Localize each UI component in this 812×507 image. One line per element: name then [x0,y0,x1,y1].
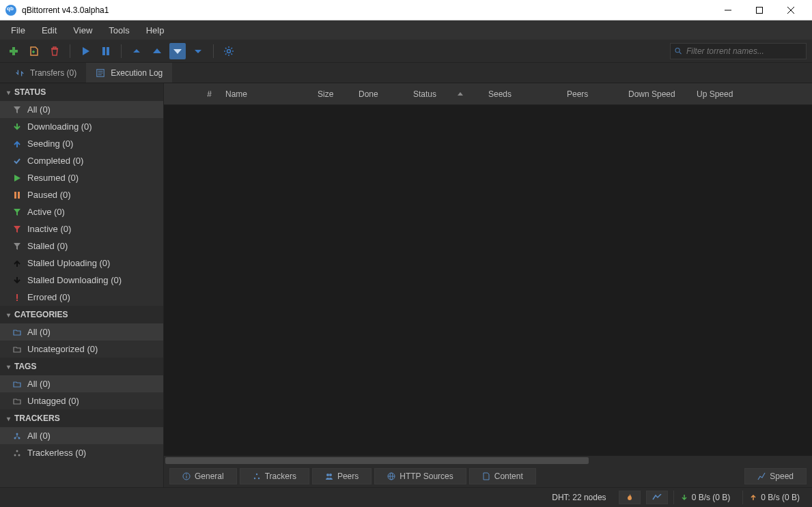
sidebar-status-downloading[interactable]: Downloading (0) [0,118,163,135]
error-icon [12,293,22,302]
arrow-up-icon [12,139,22,149]
add-torrent-file-button[interactable] [26,43,42,59]
toolbar-separator [70,44,70,58]
detail-tab-peers[interactable]: Peers [312,468,372,484]
menu-view[interactable]: View [66,23,99,38]
sidebar-status-seeding[interactable]: Seeding (0) [0,135,163,152]
sidebar-status-active[interactable]: Active (0) [0,203,163,220]
network-icon [12,448,22,458]
torrent-grid-header[interactable]: # Name Size Done Status Seeds Peers Down… [164,83,812,105]
sidebar-status-inactive[interactable]: Inactive (0) [0,220,163,237]
scrollbar-thumb[interactable] [165,457,589,464]
tab-transfers[interactable]: Transfers (0) [5,63,86,83]
sidebar-category-all[interactable]: All (0) [0,323,163,341]
folder-icon [12,345,22,354]
svg-point-29 [326,474,329,476]
column-size[interactable]: Size [311,89,352,99]
horizontal-scrollbar[interactable] [164,456,812,465]
window-titlebar: qBittorrent v4.3.0alpha1 [0,0,812,20]
sidebar-category-uncategorized[interactable]: Uncategorized (0) [0,341,163,358]
close-button[interactable] [775,0,807,20]
add-torrent-link-button[interactable] [5,43,22,59]
sidebar-status-header[interactable]: ▾STATUS [0,83,163,101]
menu-file[interactable]: File [4,23,32,38]
minimize-button[interactable] [712,0,744,20]
sidebar-tracker-all[interactable]: All (0) [0,427,163,444]
svg-point-26 [256,474,257,475]
play-icon [12,173,22,183]
sidebar-status-paused[interactable]: Paused (0) [0,186,163,203]
chevron-down-icon: ▾ [7,89,10,96]
column-status[interactable]: Status [406,89,481,99]
filter-icon [12,242,22,251]
tab-label: Transfers (0) [30,68,76,78]
resume-button[interactable] [77,43,94,59]
sidebar-status-stalled-uploading[interactable]: Stalled Uploading (0) [0,255,163,272]
sidebar-status-resumed[interactable]: Resumed (0) [0,169,163,186]
sidebar-status-all[interactable]: All (0) [0,101,163,118]
sidebar-status-completed[interactable]: Completed (0) [0,152,163,169]
chevron-down-icon: ▾ [7,415,10,422]
sidebar-tracker-trackerless[interactable]: Trackerless (0) [0,444,163,461]
tab-label: Execution Log [111,68,163,78]
status-alt-speed-button[interactable] [646,491,668,504]
settings-button[interactable] [221,43,237,59]
menu-help[interactable]: Help [139,23,171,38]
detail-tab-content[interactable]: Content [469,468,536,484]
chevron-down-icon: ▾ [7,363,10,371]
column-seeds[interactable]: Seeds [481,89,560,99]
sidebar-status-errored[interactable]: Errored (0) [0,289,163,306]
sidebar-trackers-header[interactable]: ▾TRACKERS [0,409,163,427]
delete-button[interactable] [46,43,63,59]
sidebar-tag-untagged[interactable]: Untagged (0) [0,392,163,409]
move-top-button[interactable] [128,43,145,59]
torrent-grid-body[interactable] [164,105,812,456]
detail-tab-http-sources[interactable]: HTTP Sources [374,468,466,484]
column-name[interactable]: Name [219,89,311,99]
move-up-button[interactable] [149,43,165,59]
menu-tools[interactable]: Tools [102,23,136,38]
sidebar-categories-header[interactable]: ▾CATEGORIES [0,306,163,323]
search-icon [675,47,682,55]
svg-rect-5 [107,47,109,55]
info-icon [182,472,191,480]
log-icon [96,68,105,78]
column-done[interactable]: Done [352,89,406,99]
svg-point-25 [186,474,187,475]
detail-tab-speed[interactable]: Speed [744,468,807,484]
filter-icon [12,207,22,217]
flame-icon [626,493,634,502]
maximize-button[interactable] [744,0,775,20]
check-icon [12,156,22,166]
pause-button[interactable] [98,43,114,59]
tab-execution-log[interactable]: Execution Log [86,63,172,83]
status-firewall-button[interactable] [619,491,641,504]
globe-icon [387,472,395,480]
network-icon [12,431,22,441]
pause-icon [12,190,22,200]
sidebar-tags-header[interactable]: ▾TAGS [0,358,163,375]
status-download[interactable]: 0 B/s (0 B) [673,491,738,504]
sidebar-status-stalled-downloading[interactable]: Stalled Downloading (0) [0,272,163,289]
column-peers[interactable]: Peers [560,89,621,99]
search-input[interactable] [686,46,802,56]
svg-point-6 [227,49,231,53]
sidebar[interactable]: ▾STATUS All (0) Downloading (0) Seeding … [0,83,164,487]
menu-edit[interactable]: Edit [35,23,64,38]
detail-tabs: General Trackers Peers HTTP Sources Cont… [164,465,812,487]
column-down-speed[interactable]: Down Speed [621,89,690,99]
menubar: File Edit View Tools Help [0,20,812,40]
sidebar-tag-all[interactable]: All (0) [0,375,163,392]
column-up-speed[interactable]: Up Speed [690,89,758,99]
sidebar-status-stalled[interactable]: Stalled (0) [0,237,163,255]
move-bottom-button[interactable] [190,43,206,59]
detail-tab-trackers[interactable]: Trackers [240,468,309,484]
column-index[interactable]: # [164,89,219,99]
search-box[interactable] [670,43,807,59]
svg-line-8 [680,52,682,54]
move-down-button[interactable] [169,43,186,59]
status-upload[interactable]: 0 B/s (0 B) [742,491,807,504]
network-icon [253,472,261,480]
detail-tab-general[interactable]: General [169,468,237,484]
statusbar: DHT: 22 nodes 0 B/s (0 B) 0 B/s (0 B) [0,487,812,506]
